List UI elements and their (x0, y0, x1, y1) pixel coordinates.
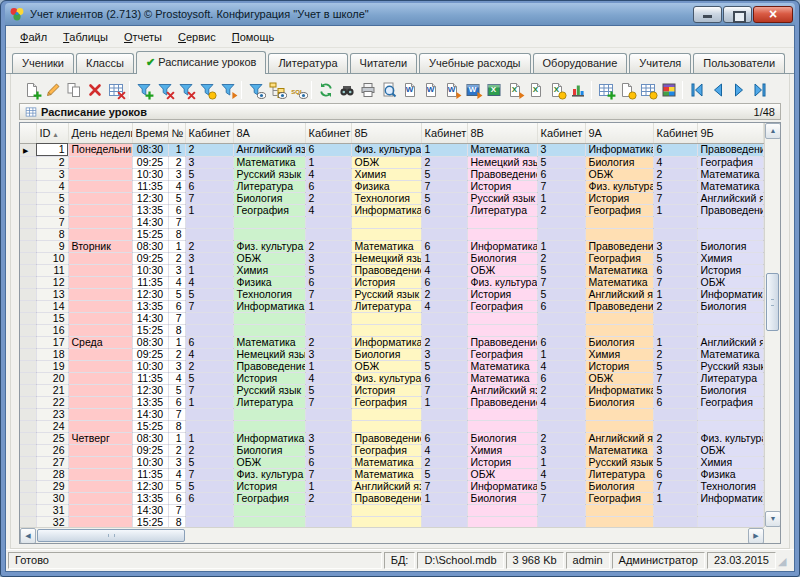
cell-c2[interactable] (305, 516, 351, 527)
cell-s2[interactable] (351, 324, 421, 336)
cell-c3[interactable]: 5 (421, 468, 467, 480)
cell-c5[interactable]: 5 (653, 456, 697, 468)
cell-c2[interactable]: 1 (305, 480, 351, 492)
row-selector[interactable] (20, 240, 36, 252)
cell-c3[interactable] (421, 228, 467, 240)
cell-s4[interactable]: География (585, 492, 653, 504)
cell-s4[interactable]: Правоведение (585, 240, 653, 252)
cell-s1[interactable] (233, 420, 305, 432)
cell-day[interactable] (68, 168, 132, 180)
cell-day[interactable] (68, 228, 132, 240)
cell-c1[interactable]: 5 (185, 168, 233, 180)
cell-time[interactable]: 12:30 (132, 288, 168, 300)
cell-id[interactable]: 2 (36, 156, 68, 168)
cell-c3[interactable] (421, 216, 467, 228)
clear-table-button[interactable] (105, 79, 126, 100)
cell-s4[interactable]: Информатика (585, 384, 653, 396)
cell-time[interactable]: 08:30 (132, 143, 168, 156)
cell-s3[interactable] (467, 408, 537, 420)
column-header-c3[interactable]: Кабинет 3 (421, 123, 467, 143)
cell-c5[interactable]: 1 (653, 204, 697, 216)
cell-s3[interactable]: Химия (467, 444, 537, 456)
cell-s2[interactable]: История (351, 384, 421, 396)
cell-time[interactable]: 13:35 (132, 396, 168, 408)
cell-id[interactable]: 25 (36, 432, 68, 444)
cell-s5[interactable]: Биология (697, 384, 763, 396)
cell-c5[interactable]: 5 (653, 180, 697, 192)
table-row[interactable]: 714:307 (20, 216, 763, 228)
cell-time[interactable]: 10:30 (132, 168, 168, 180)
cell-c1[interactable]: 7 (185, 192, 233, 204)
cell-s4[interactable]: История (585, 192, 653, 204)
cell-c2[interactable]: 2 (305, 492, 351, 504)
cell-s3[interactable]: Биология (467, 432, 537, 444)
menu-service[interactable]: Сервис (170, 29, 224, 45)
cell-c3[interactable]: 2 (421, 456, 467, 468)
cell-c4[interactable]: 1 (537, 456, 585, 468)
cell-num[interactable]: 2 (168, 444, 185, 456)
cell-c3[interactable]: 2 (421, 336, 467, 348)
column-header-day[interactable]: День недели (68, 123, 132, 143)
cell-c1[interactable]: 2 (185, 360, 233, 372)
cell-c2[interactable]: 5 (305, 444, 351, 456)
table-row[interactable]: 1910:3032Правоведение1ОБЖ5Математика4Ист… (20, 360, 763, 372)
row-selector[interactable] (20, 516, 36, 527)
cell-day[interactable] (68, 312, 132, 324)
cell-num[interactable]: 5 (168, 192, 185, 204)
cell-day[interactable] (68, 264, 132, 276)
cell-num[interactable]: 4 (168, 372, 185, 384)
cell-c2[interactable]: 6 (305, 276, 351, 288)
row-selector[interactable] (20, 324, 36, 336)
cell-time[interactable]: 14:30 (132, 504, 168, 516)
column-header-c5[interactable]: Кабинет5 (653, 123, 697, 143)
cell-s2[interactable]: Физика (351, 180, 421, 192)
cell-c1[interactable] (185, 504, 233, 516)
cell-s5[interactable]: Биология (697, 240, 763, 252)
cell-s3[interactable]: Информатика (467, 240, 537, 252)
nav-next-button[interactable] (728, 79, 749, 100)
row-selector[interactable] (20, 372, 36, 384)
close-button[interactable] (753, 6, 793, 23)
cell-c1[interactable]: 7 (185, 468, 233, 480)
cell-time[interactable]: 12:30 (132, 384, 168, 396)
title-bar[interactable]: Учет клиентов (2.713) © Prostoysoft. Кон… (5, 3, 795, 25)
cell-s5[interactable]: Правоведение (697, 143, 763, 156)
cell-s3[interactable]: Правоведение (467, 396, 537, 408)
cell-id[interactable]: 20 (36, 372, 68, 384)
cell-s2[interactable]: Английский язык (351, 480, 421, 492)
cell-c1[interactable]: 2 (185, 143, 233, 156)
view-filter-button[interactable] (245, 79, 266, 100)
row-selector[interactable] (20, 336, 36, 348)
cell-c1[interactable] (185, 324, 233, 336)
cell-c4[interactable]: 6 (537, 372, 585, 384)
table-row[interactable]: 1809:2524Немецкий язык3Биология3Географи… (20, 348, 763, 360)
cell-time[interactable]: 14:30 (132, 216, 168, 228)
table-row[interactable]: 17Среда08:3016Математика2Информатика2Пра… (20, 336, 763, 348)
cell-s1[interactable]: Английский язык (233, 143, 305, 156)
cell-num[interactable]: 7 (168, 504, 185, 516)
cell-s4[interactable] (585, 312, 653, 324)
cell-c1[interactable] (185, 228, 233, 240)
cell-s5[interactable]: Биология (697, 300, 763, 312)
cell-c4[interactable]: 5 (537, 288, 585, 300)
cell-s3[interactable]: Информатика (467, 480, 537, 492)
cell-c2[interactable]: 6 (305, 180, 351, 192)
row-selector[interactable] (20, 300, 36, 312)
cell-id[interactable]: 17 (36, 336, 68, 348)
cell-c3[interactable]: 2 (421, 288, 467, 300)
cell-c4[interactable]: 2 (537, 252, 585, 264)
row-selector[interactable] (20, 432, 36, 444)
cell-num[interactable]: 1 (168, 432, 185, 444)
vertical-scrollbar[interactable] (764, 123, 780, 527)
cell-s4[interactable]: География (585, 252, 653, 264)
cell-c3[interactable]: 5 (421, 192, 467, 204)
cell-time[interactable]: 11:35 (132, 276, 168, 288)
cell-c4[interactable] (537, 312, 585, 324)
cell-c3[interactable] (421, 516, 467, 527)
cell-s1[interactable]: Математика (233, 156, 305, 168)
cell-s5[interactable]: Физика (697, 468, 763, 480)
table-row[interactable]: 2112:3057Русский язык5История7Английский… (20, 384, 763, 396)
cell-s5[interactable]: Технология (697, 480, 763, 492)
horizontal-scrollbar[interactable] (20, 527, 764, 543)
scroll-down-button[interactable] (765, 511, 781, 527)
